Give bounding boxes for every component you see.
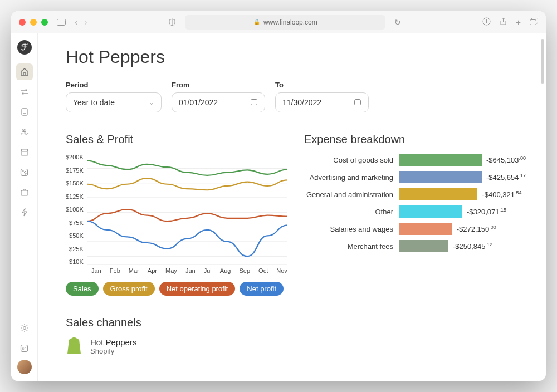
expense-value: -$645,103.00 [486,155,526,164]
sales-profit-title: Sales & Profit [66,133,287,146]
to-value: 11/30/2022 [282,98,321,107]
app-logo-icon[interactable]: ℱ [17,40,32,55]
close-window-icon[interactable] [19,19,26,26]
period-label: Period [66,81,162,89]
expense-value: -$320,071.15 [467,207,506,216]
to-date-input[interactable]: 11/30/2022 [275,92,369,112]
to-label: To [275,81,369,89]
legend-gross-profit[interactable]: Gross profit [103,282,155,296]
expense-label: General and administration [304,190,393,199]
nav-people-icon[interactable] [16,124,33,140]
divider [66,306,526,306]
svg-point-11 [23,327,26,330]
expense-bar [399,188,477,200]
svg-rect-14 [251,99,257,105]
user-avatar[interactable] [17,360,32,374]
svg-rect-4 [22,109,27,115]
period-select[interactable]: Year to date ⌄ [66,92,162,112]
svg-text:69: 69 [22,346,27,350]
nav-home-icon[interactable] [16,63,33,80]
nav-percent-icon[interactable] [16,164,33,180]
filter-row: Period Year to date ⌄ From 01/01/2022 [66,81,526,112]
from-value: 01/01/2022 [179,98,218,107]
shield-icon[interactable] [168,18,176,26]
download-icon[interactable] [482,17,491,27]
new-tab-icon[interactable]: + [516,17,521,27]
page-title: Hot Peppers [66,47,526,67]
nav-apps-icon[interactable]: 69 [16,340,33,356]
shopify-icon [66,337,82,356]
reload-icon[interactable]: ↻ [394,18,401,27]
sales-channels-title: Sales channels [66,316,526,329]
period-value: Year to date [73,98,115,107]
svg-rect-3 [530,19,536,24]
calendar-icon [354,98,361,107]
expense-value: -$425,654.17 [486,173,526,182]
legend-net-profit[interactable]: Net profit [240,282,284,296]
app-sidebar: ℱ [11,33,38,381]
from-date-input[interactable]: 01/01/2022 [172,92,265,112]
svg-point-7 [22,170,23,171]
expense-row: Merchant fees-$250,845.12 [304,240,526,252]
browser-titlebar: ‹ › 🔒 www.finaloop.com ↻ + [11,11,546,33]
expense-list: Cost of goods sold-$645,103.00Advertisin… [304,154,526,252]
main-content: Hot Peppers Period Year to date ⌄ From 0… [38,33,546,381]
svg-point-8 [25,173,26,174]
nav-settings-icon[interactable] [16,320,33,336]
expense-bar [399,171,482,183]
tabs-icon[interactable] [530,17,538,27]
nav-bolt-icon[interactable] [16,204,33,220]
expense-label: Cost of goods sold [304,156,393,164]
nav-receipts-icon[interactable] [16,104,33,120]
expense-label: Merchant fees [304,242,393,251]
browser-nav: ‹ › [75,17,87,27]
expense-panel: Expense breakdown Cost of goods sold-$64… [304,133,526,296]
chevron-down-icon: ⌄ [149,99,154,106]
expense-row: Salaries and wages-$272,150.00 [304,223,526,235]
expense-value: -$272,150.00 [457,224,496,233]
forward-icon[interactable]: › [84,17,87,27]
divider [66,122,526,123]
expense-row: Advertising and marketing-$425,654.17 [304,171,526,183]
from-label: From [172,81,265,89]
svg-rect-0 [57,19,66,25]
expense-bar [399,240,448,252]
nav-briefcase-icon[interactable] [16,184,33,200]
expense-label: Salaries and wages [304,225,393,233]
expense-row: General and administration-$400,321.54 [304,188,526,200]
channel-name: Hot Peppers [90,337,136,347]
calendar-icon [250,98,258,107]
window-controls [19,19,48,26]
expense-title: Expense breakdown [304,133,526,146]
sidebar-toggle-icon[interactable] [57,19,66,26]
expense-value: -$400,321.54 [482,190,521,199]
legend-net-operating-profit[interactable]: Net operating profit [159,282,236,296]
expense-row: Other-$320,071.15 [304,205,526,218]
chart-legend: Sales Gross profit Net operating profit … [66,282,287,296]
minimize-window-icon[interactable] [30,19,37,26]
sales-channel-item[interactable]: Hot Peppers Shopify [66,337,526,356]
expense-label: Advertising and marketing [304,173,393,182]
sales-profit-chart [87,154,287,265]
expense-bar [399,154,482,166]
url-text: www.finaloop.com [263,18,317,26]
share-icon[interactable] [500,17,507,27]
nav-store-icon[interactable] [16,144,33,160]
expense-bar [399,205,462,218]
sales-profit-panel: Sales & Profit $200K$175K$150K$125K$100K… [66,133,287,296]
channel-platform: Shopify [90,347,136,355]
svg-rect-10 [21,190,28,195]
expense-value: -$250,845.12 [453,242,492,251]
expense-label: Other [304,208,393,216]
maximize-window-icon[interactable] [41,19,48,26]
svg-line-9 [22,170,26,174]
expense-bar [399,223,452,235]
lock-icon: 🔒 [253,19,260,25]
back-icon[interactable]: ‹ [75,17,77,27]
scrollbar[interactable] [541,39,544,84]
nav-transfers-icon[interactable] [16,84,33,100]
chart-y-axis: $200K$175K$150K$125K$100K$75K$50K$25K$10… [66,154,84,265]
expense-row: Cost of goods sold-$645,103.00 [304,154,526,166]
legend-sales[interactable]: Sales [66,282,99,296]
address-bar[interactable]: 🔒 www.finaloop.com [185,15,385,30]
